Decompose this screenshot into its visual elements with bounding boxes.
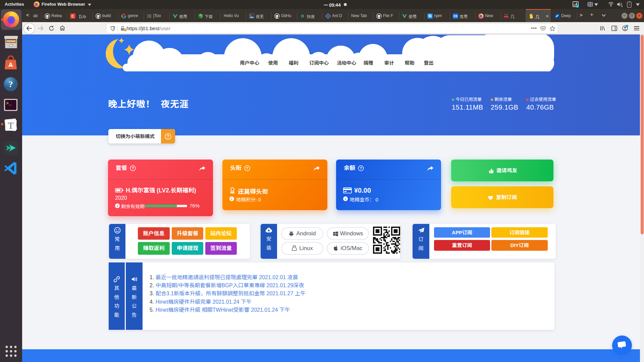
svg-text:_: _ [8, 101, 11, 106]
svg-text:T: T [8, 120, 13, 131]
svg-text:?: ? [132, 166, 134, 170]
svg-text:i: i [231, 197, 232, 201]
svg-text:i: i [117, 204, 118, 208]
svg-text:>: > [6, 101, 9, 106]
svg-text:A: A [9, 62, 13, 68]
svg-text:?: ? [360, 166, 362, 170]
svg-text:?: ? [246, 166, 249, 170]
svg-text:?: ? [167, 134, 169, 139]
svg-text:?: ? [9, 79, 13, 89]
svg-text:x: x [621, 5, 623, 7]
svg-text:i: i [345, 197, 346, 201]
svg-text:!: ! [125, 28, 126, 32]
